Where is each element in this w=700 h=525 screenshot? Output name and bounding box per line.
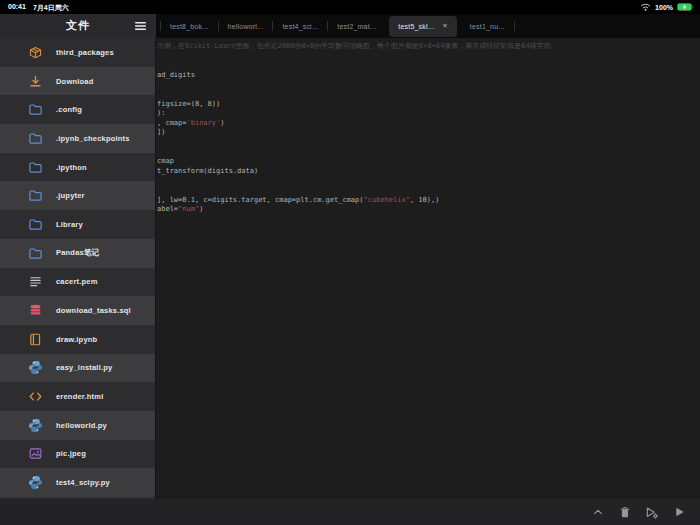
code-line: ]) [157, 128, 700, 138]
sidebar-item-ipython[interactable]: .ipython [0, 153, 155, 182]
file-name: Pandas笔记 [56, 248, 99, 258]
sidebar-item-download[interactable]: Download [0, 67, 155, 96]
menu-icon[interactable] [134, 19, 148, 33]
image-icon [27, 446, 43, 462]
battery-icon [677, 3, 694, 11]
code-segment: , cmap= [157, 119, 187, 127]
code-line [157, 186, 700, 196]
code-segment: ) [220, 119, 224, 127]
folder-icon [27, 216, 43, 232]
file-name: third_packages [56, 48, 114, 57]
file-name: Library [56, 220, 83, 229]
code-line [157, 61, 700, 71]
file-name: draw.ipynb [56, 335, 97, 344]
tab-test2_mat[interactable]: test2_mat... [328, 23, 385, 30]
code-line: abel="num") [157, 205, 700, 215]
sidebar-item-test4_scipy-py[interactable]: test4_scipy.py [0, 468, 155, 497]
code-line [157, 138, 700, 148]
file-name: erender.html [56, 392, 103, 401]
code-segment: abel= [157, 205, 178, 213]
file-name: cacert.pem [56, 277, 98, 286]
file-name: .ipython [56, 163, 87, 172]
sidebar-item-config[interactable]: .config [0, 95, 155, 124]
download-icon [27, 73, 43, 89]
code-line: , cmap='binary') [157, 119, 700, 129]
app-window: 00:41 7月4日周六 100% 文件 [0, 0, 700, 525]
sidebar-item-library[interactable]: Library [0, 210, 155, 239]
sidebar-item-jupyter[interactable]: .jupyter [0, 181, 155, 210]
code-segment: ]) [157, 128, 165, 136]
sidebar-item-download_tasks-sql[interactable]: download_tasks.sql [0, 296, 155, 325]
tab-label: test2_mat... [337, 23, 376, 30]
wifi-icon [640, 3, 651, 11]
html-icon [27, 389, 43, 405]
folder-icon [27, 245, 43, 261]
python-icon [27, 475, 43, 491]
code-line [157, 80, 700, 90]
code-line: ], lw=0.1, c=digits.target, cmap=plt.cm.… [157, 196, 700, 206]
code-line: cmap [157, 157, 700, 167]
code-line [157, 148, 700, 158]
code-segment: "cubehelix" [364, 196, 410, 204]
package-icon [27, 44, 43, 60]
file-name: helloworld.py [56, 421, 107, 430]
code-segment: cmap [157, 157, 174, 165]
status-bar: 00:41 7月4日周六 100% [0, 0, 700, 14]
bottom-toolbar [0, 499, 700, 525]
sidebar-item-helloworld-py[interactable]: helloworld.py [0, 411, 155, 440]
code-line [157, 90, 700, 100]
folder-icon [27, 159, 43, 175]
notebook-icon [27, 331, 43, 347]
file-name: pic.jpeg [56, 449, 86, 458]
tabs: test8_bok...helloworl...test4_sci...test… [156, 14, 700, 38]
code-segment: 示例，在Scikit-Learn里面，包含近2000份8×8的手写数字缩略图，每… [157, 42, 558, 50]
folder-icon [27, 102, 43, 118]
code-segment: ): [157, 109, 165, 117]
file-name: download_tasks.sql [56, 306, 131, 315]
tab-test8_bok[interactable]: test8_bok... [161, 23, 218, 30]
collapse-keyboard-icon[interactable] [591, 505, 605, 519]
tab-test1_nu[interactable]: test1_nu... [461, 23, 514, 30]
sidebar-title: 文件 [0, 18, 156, 33]
run-icon[interactable] [672, 505, 686, 519]
sidebar-item-easy_install-py[interactable]: easy_install.py [0, 354, 155, 383]
text-lines-icon [27, 274, 43, 290]
code-segment: figsize=(8, 8)) [157, 100, 220, 108]
status-left: 00:41 7月4日周六 [8, 3, 69, 13]
code-segment: 'binary' [187, 119, 221, 127]
tab-separator [514, 21, 515, 31]
code-line: ): [157, 109, 700, 119]
tab-helloworl[interactable]: helloworl... [219, 23, 273, 30]
file-name: .jupyter [56, 191, 85, 200]
python-icon [27, 360, 43, 376]
tab-label: test4_sci... [282, 23, 318, 30]
battery-percent: 100% [655, 4, 673, 11]
sidebar-item-third_packages[interactable]: third_packages [0, 38, 155, 67]
trash-icon[interactable] [618, 505, 632, 519]
folder-icon [27, 188, 43, 204]
code-line: t_transform(digits.data) [157, 167, 700, 177]
sidebar-item-pandas[interactable]: Pandas笔记 [0, 239, 155, 268]
close-tab-icon[interactable]: ✕ [442, 23, 448, 30]
sidebar-item-cacert-pem[interactable]: cacert.pem [0, 268, 155, 297]
code-line: 示例，在Scikit-Learn里面，包含近2000份8×8的手写数字缩略图，每… [157, 42, 700, 52]
clock-time: 00:41 [8, 3, 26, 13]
tab-label: test1_nu... [470, 23, 505, 30]
sidebar-item-pic-jpeg[interactable]: pic.jpeg [0, 440, 155, 469]
tab-label: helloworl... [228, 23, 264, 30]
code-segment: t_transform(digits.data) [157, 167, 258, 175]
sidebar-item-draw-ipynb[interactable]: draw.ipynb [0, 325, 155, 354]
sidebar-item-ipynb_checkpoints[interactable]: .ipynb_checkpoints [0, 124, 155, 153]
code-segment: "num" [178, 205, 199, 213]
tab-test5_skl[interactable]: test5_skl...✕ [389, 16, 457, 37]
python-icon [27, 417, 43, 433]
code-line [157, 52, 700, 62]
code-segment: ], lw=0.1, c=digits.target, cmap=plt.cm.… [157, 196, 364, 204]
status-right: 100% [640, 3, 694, 11]
code-editor[interactable]: 示例，在Scikit-Learn里面，包含近2000份8×8的手写数字缩略图，每… [156, 38, 700, 499]
code-segment: ad_digits [157, 71, 195, 79]
sidebar-item-erender-html[interactable]: erender.html [0, 382, 155, 411]
code-line: ad_digits [157, 71, 700, 81]
run-options-icon[interactable] [645, 505, 659, 519]
tab-test4_sci[interactable]: test4_sci... [273, 23, 327, 30]
